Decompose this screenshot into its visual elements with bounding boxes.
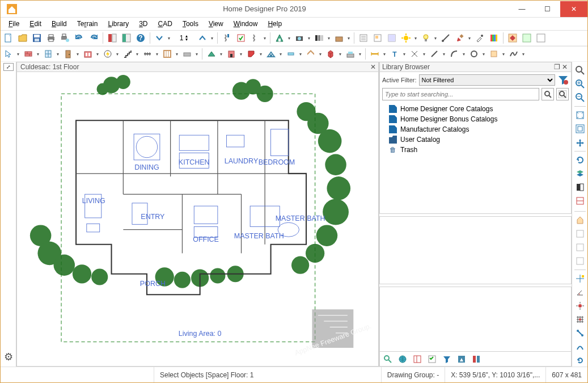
- view-mode-a-button[interactable]: [506, 31, 519, 45]
- box-button[interactable]: [487, 47, 506, 61]
- lib-plan-icon[interactable]: [411, 352, 424, 366]
- snap-icon[interactable]: [574, 300, 586, 312]
- library-browser-button[interactable]: [105, 31, 119, 45]
- window-tool-button[interactable]: [41, 47, 61, 61]
- adjust-lights-button[interactable]: [419, 31, 438, 45]
- slab-button[interactable]: [180, 47, 200, 61]
- lib-view-icon[interactable]: [455, 352, 468, 366]
- reference-icon[interactable]: [574, 195, 586, 207]
- search-button[interactable]: [542, 88, 554, 100]
- refresh-icon[interactable]: [574, 154, 586, 166]
- menu-help[interactable]: Help: [263, 19, 286, 29]
- fill-window-all-icon[interactable]: [574, 123, 586, 135]
- document-tab[interactable]: Culdesac: 1st Floor ✕: [16, 62, 379, 72]
- text-button[interactable]: T: [388, 47, 407, 61]
- foundation-button[interactable]: [344, 47, 363, 61]
- fill-window-icon[interactable]: [574, 109, 586, 121]
- undo-button[interactable]: [73, 31, 86, 45]
- rail-button[interactable]: [141, 47, 160, 61]
- up-floor-button[interactable]: [196, 31, 215, 45]
- tree-item-user[interactable]: User Catalog: [389, 134, 569, 145]
- menu-tools[interactable]: Tools: [178, 19, 203, 29]
- material-room-button[interactable]: [385, 31, 399, 45]
- grid-snap-icon[interactable]: [574, 313, 586, 326]
- search-options-button[interactable]: [556, 88, 569, 100]
- settings-gear-icon[interactable]: ⚙: [4, 351, 13, 363]
- dimension-button[interactable]: [368, 47, 387, 61]
- ceiling-button[interactable]: [304, 47, 323, 61]
- open-button[interactable]: [16, 31, 29, 45]
- lib-globe-icon[interactable]: [396, 352, 409, 366]
- house-toggle-icon[interactable]: [574, 214, 586, 226]
- material-region-button[interactable]: [371, 31, 384, 45]
- filter-select[interactable]: Not Filtered: [419, 74, 555, 86]
- blank-icon-1[interactable]: [574, 228, 586, 240]
- floor-number[interactable]: 1▴▾: [172, 34, 195, 42]
- menu-cad[interactable]: CAD: [154, 19, 177, 29]
- project-browser-button[interactable]: [120, 31, 133, 45]
- circle-button[interactable]: [467, 47, 487, 61]
- material-painter-button[interactable]: [453, 31, 472, 45]
- angle-snap-icon[interactable]: [574, 286, 586, 298]
- 3d-box-button[interactable]: [324, 47, 343, 61]
- lib-panels-icon[interactable]: [469, 352, 483, 366]
- document-close-icon[interactable]: ✕: [370, 63, 376, 71]
- delete-surface-button[interactable]: [332, 31, 352, 45]
- defaults-button[interactable]: [248, 31, 268, 45]
- blank-icon-2[interactable]: [574, 241, 586, 254]
- pin-toggle[interactable]: ⤢: [3, 63, 14, 71]
- down-floor-button[interactable]: [153, 31, 172, 45]
- tape-measure-button[interactable]: [439, 31, 452, 45]
- view-mode-c-button[interactable]: [534, 31, 548, 45]
- zoom-out-icon[interactable]: [574, 91, 586, 104]
- print-button[interactable]: [44, 31, 58, 45]
- lib-checklist-icon[interactable]: [425, 352, 439, 366]
- pan-icon[interactable]: [574, 136, 586, 149]
- wall-button[interactable]: [22, 47, 41, 61]
- menu-terrain[interactable]: Terrain: [73, 19, 103, 29]
- redo-button[interactable]: [87, 31, 100, 45]
- electrical-button[interactable]: [101, 47, 120, 61]
- perspective-view-button[interactable]: [273, 31, 292, 45]
- grayscale-button[interactable]: [312, 31, 332, 45]
- cabinet-button[interactable]: [81, 47, 100, 61]
- crosshair-icon[interactable]: [574, 272, 586, 285]
- drawing-canvas[interactable]: LIVINGDINING KITCHENLAUNDRY BEDROOMOFFIC…: [16, 72, 379, 367]
- line-button[interactable]: [428, 47, 447, 61]
- tree-item-manufacturer[interactable]: Manufacturer Catalogs: [389, 124, 569, 134]
- zoom-tool-icon[interactable]: [574, 64, 586, 77]
- skylight-button[interactable]: [284, 47, 303, 61]
- menu-3d[interactable]: 3D: [134, 19, 152, 29]
- select-objects-button[interactable]: [2, 47, 21, 61]
- eyedropper-button[interactable]: [473, 31, 487, 45]
- zoom-in-icon[interactable]: [574, 78, 586, 90]
- material-list-button[interactable]: [357, 31, 370, 45]
- view-mode-b-button[interactable]: [520, 31, 534, 45]
- point-button[interactable]: [408, 47, 427, 61]
- door-tool-button[interactable]: [61, 47, 81, 61]
- menu-build[interactable]: Build: [47, 19, 71, 29]
- color-toggle-icon[interactable]: [574, 181, 586, 193]
- layers-icon[interactable]: [574, 167, 586, 180]
- lib-filter-icon[interactable]: [440, 352, 454, 366]
- menu-file[interactable]: File: [4, 19, 24, 29]
- help-button[interactable]: ?: [134, 31, 147, 45]
- search-input[interactable]: [382, 88, 539, 100]
- dormer-button[interactable]: [264, 47, 284, 61]
- lib-search-icon[interactable]: [381, 352, 395, 366]
- rotate-icon[interactable]: [574, 354, 586, 367]
- panel-close-button[interactable]: ✕: [561, 63, 569, 71]
- menu-view[interactable]: View: [204, 19, 228, 29]
- plan-check-button[interactable]: [234, 31, 248, 45]
- blank-icon-3[interactable]: [574, 255, 586, 267]
- tree-item-core[interactable]: Home Designer Core Catalogs: [389, 104, 569, 114]
- preferences-button[interactable]: [220, 31, 234, 45]
- spline-button[interactable]: [507, 47, 526, 61]
- soffit-button[interactable]: [244, 47, 264, 61]
- tree-item-trash[interactable]: 🗑Trash: [389, 145, 569, 155]
- menu-edit[interactable]: Edit: [25, 19, 46, 29]
- filter-icon[interactable]: [557, 74, 569, 86]
- stairs-button[interactable]: [121, 47, 140, 61]
- sun-button[interactable]: [399, 31, 418, 45]
- panel-float-button[interactable]: ❐: [553, 63, 561, 71]
